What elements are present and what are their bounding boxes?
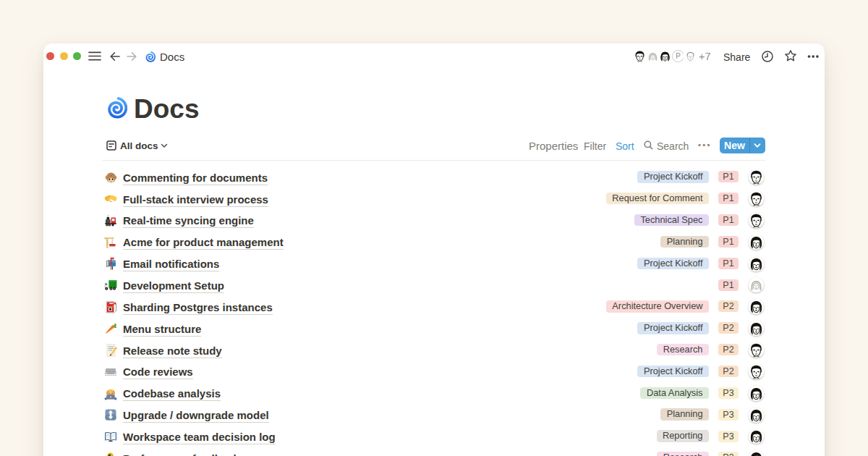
svg-text:P: P: [676, 52, 681, 60]
